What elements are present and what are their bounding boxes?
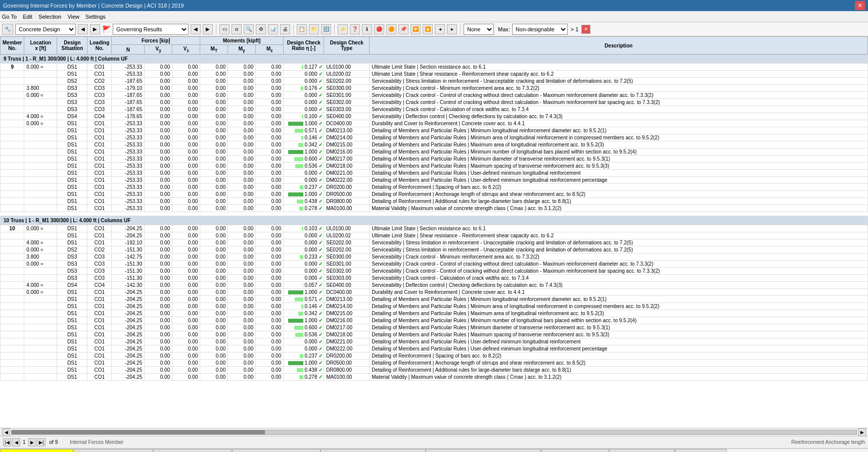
btn9[interactable]: 🔢 — [321, 24, 331, 34]
table-row[interactable]: DS1CO1-253.330.000.000.000.000.000.000 ✓… — [1, 170, 868, 177]
table-row[interactable]: DS1CO1-253.330.000.000.000.000.000.000 ✓… — [1, 177, 868, 184]
table-row[interactable]: DS1CO1-204.250.000.000.000.000.000.000 ✓… — [1, 232, 868, 239]
table-row[interactable]: DS1CO1-204.250.000.000.000.000.000.342 ✓… — [1, 310, 868, 317]
table-row[interactable]: DS1CO1-204.250.000.000.000.000.000.000 ✓… — [1, 345, 868, 353]
last-page-btn[interactable]: ▶| — [37, 438, 45, 446]
table-row[interactable]: DS1CO1-253.330.000.000.000.000.000.536 ✓… — [1, 163, 868, 170]
table-row[interactable]: 100.000 ≈DS1CO1-204.250.000.000.000.000.… — [1, 225, 868, 232]
btn3[interactable]: 🔍 — [244, 24, 254, 34]
table-row[interactable]: DS2CO2-187.650.000.000.000.000.000.000 ✓… — [1, 78, 868, 85]
force-Vy: 0.00 — [145, 127, 172, 134]
btn2[interactable]: ⧈ — [232, 24, 242, 34]
btn4[interactable]: ⚙ — [256, 24, 266, 34]
non-designable-select[interactable]: Non-designable — [512, 24, 568, 35]
btn8[interactable]: 📁 — [309, 24, 319, 34]
table-row[interactable]: 0.000 ≈DS1CO1-204.250.000.000.000.000.00… — [1, 289, 868, 296]
btn15[interactable]: 📌 — [398, 24, 408, 34]
tab-internal-forces-by-member-end[interactable]: Internal Forces by Member End — [73, 449, 153, 452]
tab-internal-forces-by-member[interactable]: Internal Forces by Member — [0, 449, 73, 452]
cancel-red-btn[interactable]: ✕ — [581, 25, 590, 34]
table-row[interactable]: DS1CO1-253.330.000.000.000.000.000.438 ✓… — [1, 198, 868, 205]
tab-internal-forces-by-member-representative-end[interactable]: Internal Forces by Member Representative… — [426, 449, 541, 452]
tab-internal-forces-by-surface[interactable]: Internal Forces by Surface — [541, 449, 609, 452]
menu-goto[interactable]: Go To — [2, 14, 17, 20]
table-row[interactable]: DS3CO3-187.650.000.000.000.000.000.000 ✓… — [1, 99, 868, 106]
scroll-right-btn[interactable]: ▶ — [858, 428, 866, 436]
btn10[interactable]: ⚡ — [338, 24, 348, 34]
table-row[interactable]: DS1CO1-253.330.000.000.000.000.000.278 ✓… — [1, 205, 868, 212]
next-result-btn[interactable]: ▶ — [203, 24, 213, 34]
table-row[interactable]: DS1CO1-204.250.000.000.000.000.001.000 ✓… — [1, 317, 868, 324]
btn14[interactable]: 🟠 — [386, 24, 396, 34]
table-row[interactable]: DS1CO1-204.250.000.000.000.000.000.237 ✓… — [1, 353, 868, 360]
table-row[interactable]: DS3CO3-151.300.000.000.000.000.000.000 ✓… — [1, 275, 868, 282]
btn1[interactable]: ▭ — [219, 24, 230, 34]
menu-view[interactable]: View — [67, 14, 79, 20]
btn5[interactable]: 📊 — [268, 24, 278, 34]
design-situation: DS1 — [57, 296, 87, 303]
table-row[interactable]: DS1CO1-204.250.000.000.000.000.000.600 ✓… — [1, 324, 868, 331]
table-row[interactable]: DS1CO1-204.250.000.000.000.000.000.278 ✓… — [1, 374, 868, 381]
table-row[interactable]: DS1CO1-253.330.000.000.000.000.001.000 ✓… — [1, 148, 868, 156]
first-page-btn[interactable]: |◀ — [3, 438, 11, 446]
tab-internal-forces-by-member-representative[interactable]: Internal Forces by Member Representative — [321, 449, 426, 452]
table-row[interactable]: 0.000 ≈DS3CO3-151.300.000.000.000.000.00… — [1, 261, 868, 268]
table-row[interactable]: DS1CO1-253.330.000.000.000.000.000.342 ✓… — [1, 141, 868, 148]
table-row[interactable]: DS1CO1-253.330.000.000.000.000.000.600 ✓… — [1, 156, 868, 163]
prev-design-btn[interactable]: ◀ — [78, 24, 88, 34]
result-select[interactable]: Governing Results — [113, 24, 189, 35]
hscroll-bar[interactable]: ◀ ▶ — [0, 428, 868, 436]
menu-edit[interactable]: Edit — [23, 14, 32, 20]
table-row[interactable]: DS1CO1-204.250.000.000.000.000.000.438 ✓… — [1, 367, 868, 374]
btn17[interactable]: 🔼 — [423, 24, 433, 34]
btn6[interactable]: 🖨 — [280, 24, 290, 34]
close-button[interactable]: ✕ — [855, 1, 865, 10]
table-row[interactable]: DS3CO3-187.650.000.000.000.000.000.000 ✓… — [1, 106, 868, 113]
table-row[interactable]: 3.800DS3CO3-142.750.000.000.000.000.000.… — [1, 254, 868, 261]
table-row[interactable]: DS1CO1-204.250.000.000.000.000.000.146 ✓… — [1, 303, 868, 310]
table-row[interactable]: DS1CO1-204.250.000.000.000.000.000.571 ✓… — [1, 296, 868, 303]
btn13[interactable]: 🔴 — [374, 24, 384, 34]
table-row[interactable]: 0.000 ≈DS3CO3-187.650.000.000.000.000.00… — [1, 92, 868, 99]
table-row[interactable]: DS1CO1-253.330.000.000.000.000.000.237 ✓… — [1, 184, 868, 191]
table-row[interactable]: DS1CO1-253.330.000.000.000.000.000.571 ✓… — [1, 127, 868, 134]
menu-selection[interactable]: Selection — [38, 14, 61, 20]
table-row[interactable]: 4.000 ≈DS4CO4-142.300.000.000.000.000.00… — [1, 282, 868, 289]
table-row[interactable]: DS3CO3-151.300.000.000.000.000.000.000 ✓… — [1, 268, 868, 275]
table-row[interactable]: DS1CO1-204.250.000.000.000.000.001.000 ✓… — [1, 360, 868, 367]
table-row[interactable]: 4.000 ≈DS4CO4-178.650.000.000.000.000.00… — [1, 113, 868, 120]
description: Serviceability | Deflection control | Ch… — [370, 113, 868, 120]
table-row[interactable]: DS1CO1-204.250.000.000.000.000.000.536 ✓… — [1, 331, 868, 338]
table-row[interactable]: DS1CO1-204.250.000.000.000.000.000.000 ✓… — [1, 338, 868, 345]
prev-result-btn[interactable]: ◀ — [191, 24, 201, 34]
next-design-btn[interactable]: ▶ — [90, 24, 100, 34]
table-row[interactable]: 90.000 ≈DS1CO1-253.330.000.000.000.000.0… — [1, 64, 868, 71]
menu-settings[interactable]: Settings — [85, 14, 106, 20]
btn11[interactable]: ❓ — [350, 24, 360, 34]
table-container[interactable]: MemberNo. Locationx [ft] DesignSituation… — [0, 36, 868, 428]
table-row[interactable]: DS1CO1-253.330.000.000.000.000.001.000 ✓… — [1, 191, 868, 198]
table-row[interactable]: 0.000 ≈DS2CO2-151.300.000.000.000.000.00… — [1, 246, 868, 254]
btn16[interactable]: 🔽 — [410, 24, 421, 34]
btn7[interactable]: 📋 — [297, 24, 307, 34]
btn19[interactable]: ▸ — [447, 24, 457, 34]
table-row[interactable]: 3.800DS3CO3-179.100.000.000.000.000.000.… — [1, 85, 868, 92]
btn12[interactable]: ℹ — [362, 24, 372, 34]
table-row[interactable]: DS1CO1-253.330.000.000.000.000.000.000 ✓… — [1, 71, 868, 78]
moment-Mz: 0.00 — [256, 296, 284, 303]
table-row[interactable]: 4.000 ≈DS1CO1-192.100.000.000.000.000.00… — [1, 239, 868, 246]
design-icon[interactable]: 🔧 — [2, 24, 13, 35]
table-row[interactable]: 0.000 ≈DS1CO1-253.330.000.000.000.000.00… — [1, 120, 868, 127]
design-select[interactable]: Concrete Design — [15, 24, 76, 35]
prev-page-btn[interactable]: ◀ — [12, 438, 20, 446]
ratio-cell: 0.100 ✓ — [284, 113, 324, 120]
tab-internal-forces-by-member-set[interactable]: Internal Forces by Member Set — [153, 449, 232, 452]
tab-governing-loading[interactable]: Governing Loading — [675, 449, 727, 452]
none-select[interactable]: None — [464, 24, 494, 35]
btn18[interactable]: ◂ — [435, 24, 445, 34]
scroll-left-btn[interactable]: ◀ — [2, 428, 10, 436]
next-page-btn[interactable]: ▶ — [28, 438, 36, 446]
tab-internal-forces-by-member-set-end[interactable]: Internal Forces by Member Set End — [232, 449, 321, 452]
table-row[interactable]: DS1CO1-253.330.000.000.000.000.000.146 ✓… — [1, 134, 868, 141]
tab-internal-forces-by-nodes[interactable]: Internal Forces by Nodes — [609, 449, 675, 452]
